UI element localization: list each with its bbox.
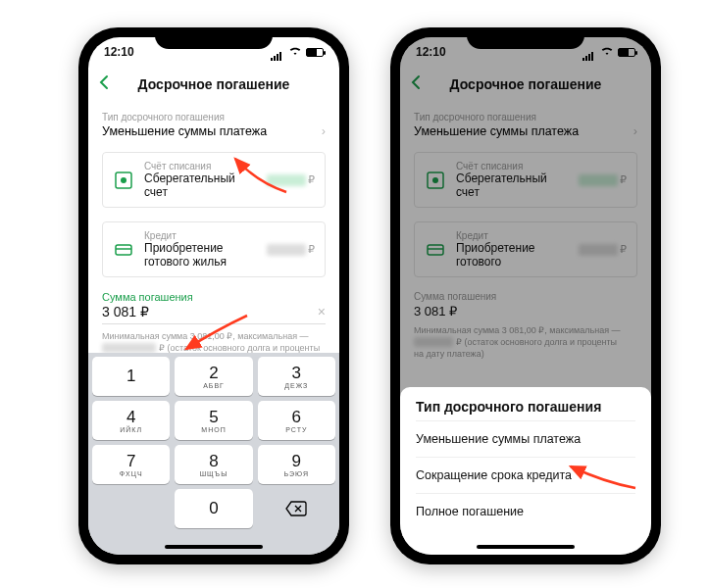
key-backspace[interactable] — [258, 489, 335, 528]
notch — [155, 27, 273, 49]
debit-account-block[interactable]: Счёт списания Сберегательный счет 0000₽ — [102, 152, 326, 208]
sum-hint: Минимальная сумма 3 081,00 ₽, максимальн… — [102, 330, 326, 354]
svg-rect-2 — [116, 245, 131, 255]
signal-icon — [271, 47, 284, 57]
sum-label: Сумма погашения — [102, 291, 326, 303]
phone-frame-left: 12:10 Досрочное погашение Тип досрочного… — [78, 27, 349, 564]
screen-right: 12:10 Досрочное погашение Тип досрочного… — [400, 37, 651, 555]
debit-account-value: Сберегательный счет — [144, 172, 257, 199]
page-title: Досрочное погашение — [118, 76, 310, 92]
debit-account-label: Счёт списания — [144, 161, 257, 172]
key-1[interactable]: 1 — [92, 357, 170, 396]
status-time: 12:10 — [104, 45, 134, 59]
battery-icon — [306, 48, 324, 57]
sheet-option-reduce-term[interactable]: Сокращение срока кредита — [416, 457, 635, 493]
sheet-option-full[interactable]: Полное погашение — [416, 493, 635, 529]
back-button[interactable] — [98, 74, 118, 95]
nav-bar: Досрочное погашение — [88, 67, 339, 102]
sum-value: 3 081 ₽ — [102, 304, 149, 319]
key-5[interactable]: 5МНОП — [175, 401, 252, 440]
svg-point-1 — [121, 177, 127, 183]
wifi-icon — [288, 45, 302, 59]
key-9[interactable]: 9ЬЭЮЯ — [258, 445, 335, 484]
phone-frame-right: 12:10 Досрочное погашение Тип досрочного… — [390, 27, 661, 564]
credit-value: Приобретение готового жилья — [144, 241, 257, 269]
repayment-type-value: Уменьшение суммы платежа — [102, 124, 267, 138]
credit-block[interactable]: Кредит Приобретение готового жилья 0000₽ — [102, 221, 326, 277]
sheet-option-reduce-payment[interactable]: Уменьшение суммы платежа — [416, 420, 635, 457]
clear-icon[interactable]: × — [318, 304, 326, 319]
repayment-type-label: Тип досрочного погашения — [102, 112, 326, 122]
numeric-keypad: 1 2АБВГ 3ДЕЖЗ 4ИЙКЛ 5МНОП 6РСТУ 7ФХЦЧ 8Ш… — [88, 353, 339, 555]
key-6[interactable]: 6РСТУ — [258, 401, 335, 440]
home-indicator[interactable] — [477, 545, 575, 549]
action-sheet: Тип досрочного погашения Уменьшение сумм… — [400, 387, 651, 555]
screen-left: 12:10 Досрочное погашение Тип досрочного… — [88, 37, 339, 555]
home-indicator[interactable] — [165, 545, 263, 549]
key-3[interactable]: 3ДЕЖЗ — [258, 357, 335, 396]
credit-label: Кредит — [144, 230, 257, 241]
credit-amount-hidden: 0000 — [267, 244, 306, 256]
chevron-right-icon: › — [322, 124, 326, 138]
key-blank — [92, 489, 170, 528]
notch — [467, 27, 584, 49]
repayment-type-row[interactable]: Уменьшение суммы платежа › — [102, 124, 326, 138]
key-2[interactable]: 2АБВГ — [175, 357, 252, 396]
key-0[interactable]: 0 — [175, 489, 252, 528]
card-icon — [113, 239, 134, 261]
key-8[interactable]: 8ШЩЪЫ — [175, 445, 252, 484]
key-4[interactable]: 4ИЙКЛ — [92, 401, 170, 440]
sum-input-row[interactable]: 3 081 ₽ × — [102, 303, 326, 324]
key-7[interactable]: 7ФХЦЧ — [92, 445, 170, 484]
debit-amount-hidden: 0000 — [267, 174, 306, 186]
sheet-title: Тип досрочного погашения — [416, 399, 635, 415]
target-icon — [113, 170, 134, 191]
